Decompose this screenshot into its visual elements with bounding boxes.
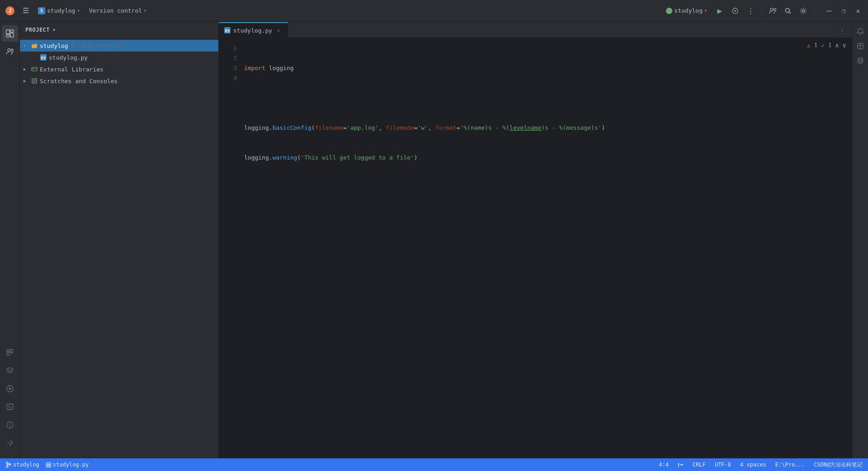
activity-project-btn[interactable] [2,25,18,42]
folder-label: studylog [40,42,68,49]
paren-open-2: ( [297,153,301,163]
project-selector[interactable]: S studylog ▾ [35,6,83,15]
status-position[interactable]: 4:4 [657,462,670,468]
comma-1: , [378,123,386,133]
scratch-icon [31,77,38,85]
close-button[interactable]: ✕ [852,5,864,17]
svg-point-6 [786,8,790,12]
dot-2: . [269,153,273,163]
status-file-icon: py [46,462,52,468]
svg-rect-15 [7,353,9,355]
project-panel-dropdown[interactable]: ▾ [52,27,56,33]
tree-item-external-libs[interactable]: ▶ External Libraries [20,63,218,75]
database-button[interactable] [854,54,867,67]
tabs-right-area: ⋮ [836,26,852,38]
warning-bar: ⚠ 1 ✓ 1 ∧ ∨ [807,42,846,49]
settings-button[interactable] [797,5,810,17]
status-indent-icon[interactable] [676,462,685,468]
activity-info-btn[interactable] [2,417,18,433]
nav-up-button[interactable]: ∧ [835,42,839,49]
status-left: studylog py studylog.py [4,462,90,468]
activity-terminal-btn[interactable] [2,399,18,415]
window-controls: — ❐ ✕ [823,5,864,17]
tree-item-scratches[interactable]: ▶ Scratches and Consoles [20,75,218,87]
code-line-1: import logging [244,63,852,73]
activity-pin-btn[interactable] [2,435,18,451]
vcs-dropdown-icon: ▾ [144,8,146,13]
debug-button[interactable] [729,5,741,17]
code-line-4: logging.warning('This will get logged to… [244,153,852,163]
project-tree: ▾ studylog D:\桌面\studylog py studylog.py [20,38,218,458]
status-path[interactable]: E:\Pro... [774,462,807,468]
status-line-ending[interactable]: CRLF [691,462,708,468]
svg-point-5 [774,8,776,10]
push-button[interactable] [854,40,867,52]
scratch-chevron: ▶ [24,79,29,83]
activity-run-btn[interactable] [2,381,18,397]
editor-tab-studylogpy[interactable]: py studylog.py ✕ [219,22,288,38]
notifications-button[interactable] [854,25,867,38]
activity-layers-btn[interactable] [2,363,18,379]
nav-down-button[interactable]: ∨ [843,42,846,49]
titlebar-right: studylog ▾ ▶ ⋮ [662,5,864,17]
code-editor[interactable]: 1 2 3 4 import logging logging.basicConf… [219,38,852,458]
python-file-icon: py [40,54,47,61]
python-file-label: studylog.py [49,54,88,61]
code-line-2 [244,93,852,103]
warning-count: 1 [814,42,817,48]
run-button[interactable]: ▶ [713,5,726,17]
ext-lib-icon [31,66,38,73]
tree-item-studylogpy[interactable]: py studylog.py [20,52,218,63]
code-content[interactable]: import logging logging.basicConfig(filen… [241,38,852,458]
maximize-button[interactable]: ❐ [837,5,850,17]
check-count: 1 [828,42,831,48]
svg-rect-26 [32,67,37,71]
comma-2: , [428,123,435,133]
minimize-button[interactable]: — [823,5,835,17]
ext-lib-label: External Libraries [40,66,104,73]
eq-1: = [343,123,347,133]
activity-collab-btn[interactable] [2,43,18,60]
param-format: format [435,123,457,133]
vcs-label: Version control [89,7,142,14]
tab-label: studylog.py [233,27,272,34]
status-git-branch[interactable]: studylog [4,462,41,468]
run-dot [666,8,672,14]
main-layout: Project ▾ ▾ studylog D:\桌面\studylog [0,22,868,458]
str-levelname: levelname [509,123,541,133]
svg-point-33 [858,58,863,60]
tab-close-button[interactable]: ✕ [275,27,282,34]
run-config-dropdown: ▾ [704,8,707,13]
editor-area: py studylog.py ✕ ⋮ 1 2 3 4 import loggin… [219,22,852,458]
indent-label: 4 spaces [740,462,766,468]
status-right: 4:4 CRLF UTF-8 4 spaces E:\Pro... CSDN@方… [657,461,864,469]
status-filename[interactable]: py studylog.py [44,462,90,468]
status-extra[interactable]: CSDN@方法论科笔记 [812,461,864,469]
run-config-selector[interactable]: studylog ▾ [662,6,711,15]
more-options-button[interactable]: ⋮ [744,5,757,17]
tree-item-studylog[interactable]: ▾ studylog D:\桌面\studylog [20,40,218,52]
collab-button[interactable] [766,5,779,17]
activity-plugins-btn[interactable] [2,344,18,361]
eq-2: = [414,123,418,133]
svg-marker-19 [9,387,12,390]
check-icon: ✓ [821,42,825,49]
cursor-position: 4:4 [659,462,669,468]
warning-icon: ⚠ [807,42,811,49]
activity-bar [0,22,20,458]
status-file-name: studylog.py [53,462,89,468]
side-panel-header: Project ▾ [20,22,218,38]
status-encoding[interactable]: UTF-8 [713,462,733,468]
status-indent[interactable]: 4 spaces [738,462,768,468]
search-button[interactable] [782,5,794,17]
hamburger-menu[interactable]: ☰ [20,5,32,17]
svg-rect-17 [7,349,9,352]
tabs-more-button[interactable]: ⋮ [836,26,848,38]
folder-chevron-open: ▾ [24,43,29,48]
svg-rect-16 [10,349,13,352]
editor-tabs: py studylog.py ✕ ⋮ [219,22,852,38]
str-warning-msg: 'This will get logged to a file' [301,153,414,163]
vcs-selector[interactable]: Version control ▾ [86,6,149,15]
scratches-label: Scratches and Consoles [40,78,118,85]
paren-open-1: ( [311,123,315,133]
